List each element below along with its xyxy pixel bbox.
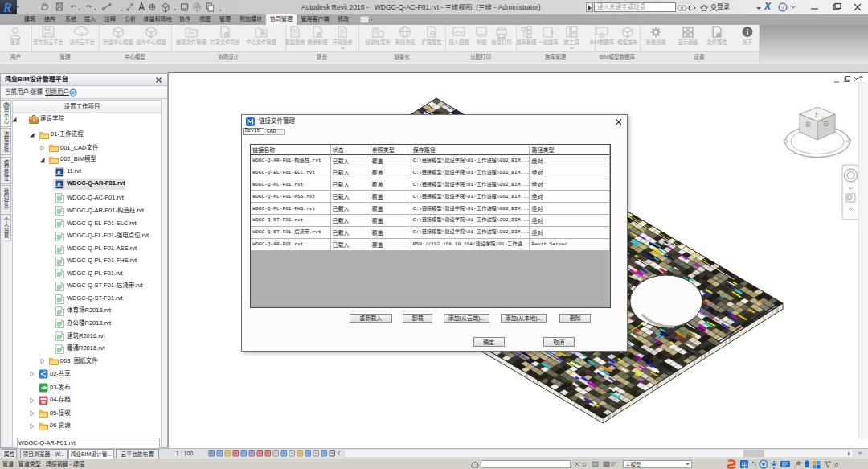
svg-text:R: R	[56, 181, 61, 187]
svg-text:中: 中	[742, 461, 748, 469]
svg-text::0: :0	[581, 462, 586, 467]
svg-text:?: ?	[781, 4, 785, 11]
svg-text:R: R	[56, 169, 61, 175]
svg-text:上: 上	[813, 111, 819, 117]
svg-text:前: 前	[805, 121, 811, 128]
svg-text:R: R	[2, 1, 12, 14]
svg-text:右: 右	[823, 120, 829, 127]
svg-text::0: :0	[833, 463, 838, 468]
